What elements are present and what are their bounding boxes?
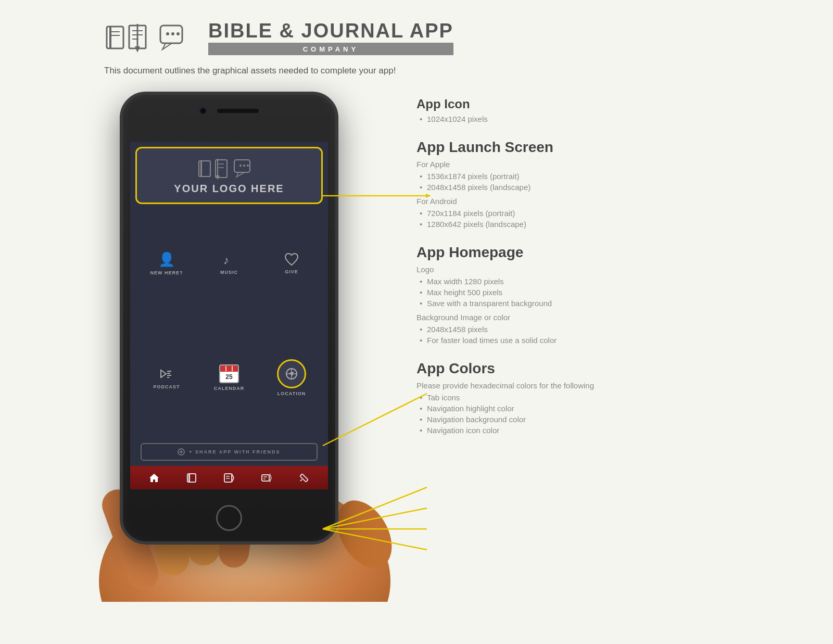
phone-container: YOUR LOGO HERE 👤 NEW HERE? (104, 92, 375, 602)
header: BIBLE & JOURNAL APP COMPANY (104, 21, 729, 55)
colors-section: App Colors Please provide hexadecimal co… (416, 360, 729, 436)
app-logo-icons (147, 159, 311, 180)
bg-label: Background Image or color (416, 313, 729, 322)
give-label: GIVE (285, 269, 298, 274)
app-icon-bullet-0: 1024x1024 pixels (427, 113, 729, 124)
company-subtitle: COMPANY (303, 45, 359, 53)
music-icon: ♪ (221, 251, 237, 267)
calendar-day: 25 (220, 372, 238, 382)
for-android-label: For Android (416, 197, 729, 206)
bottom-journal-icon (223, 473, 235, 483)
color-bullet-2: Navigation background color (427, 414, 729, 425)
main-content: YOUR LOGO HERE 👤 NEW HERE? (104, 92, 729, 602)
share-button[interactable]: + SHARE APP WITH FRIENDS (141, 443, 318, 461)
bg-bullet-1: For faster load times use a solid color (427, 335, 729, 346)
logo-sublabel: Logo (416, 265, 729, 274)
nav-item-music: ♪ MUSIC (198, 209, 260, 317)
logo-bullet-1: Max height 500 pixels (427, 287, 729, 298)
logo-bullets: Max width 1280 pixels Max height 500 pix… (416, 276, 729, 309)
svg-marker-11 (162, 43, 172, 49)
color-bullet-1: Navigation highlight color (427, 403, 729, 414)
svg-rect-51 (224, 474, 232, 482)
brand-icons (104, 21, 198, 55)
svg-rect-50 (188, 474, 190, 482)
bottom-note-icon (261, 473, 272, 483)
svg-rect-0 (107, 27, 123, 48)
svg-marker-9 (135, 46, 140, 53)
phone-logo-text: YOUR LOGO HERE (147, 183, 311, 195)
svg-point-14 (176, 32, 180, 35)
svg-rect-1 (109, 27, 111, 48)
app-icon-heading: App Icon (416, 97, 729, 111)
svg-marker-48 (149, 474, 159, 482)
svg-marker-44 (289, 370, 295, 375)
nav-item-calendar: 25 CALENDAR (198, 317, 260, 438)
svg-marker-29 (236, 172, 245, 177)
app-logo-area: YOUR LOGO HERE (135, 147, 323, 204)
nav-item-location: LOCATION (260, 317, 323, 438)
calendar-label: CALENDAR (214, 386, 245, 391)
android-bullet-0: 720x1184 pixels (portrait) (427, 208, 729, 219)
android-bullets: 720x1184 pixels (portrait) 1280x642 pixe… (416, 208, 729, 230)
svg-point-31 (243, 165, 245, 167)
colors-heading: App Colors (416, 360, 729, 377)
app-icon-section: App Icon 1024x1024 pixels (416, 97, 729, 124)
header-title-block: BIBLE & JOURNAL APP COMPANY (208, 21, 453, 55)
svg-point-32 (247, 165, 249, 167)
phone-top-area (199, 107, 259, 115)
svg-line-59 (270, 474, 271, 478)
launch-screen-section: App Launch Screen For Apple 1536x1874 pi… (416, 139, 729, 230)
app-icon-bullets: 1024x1024 pixels (416, 113, 729, 124)
homepage-heading: App Homepage (416, 244, 729, 261)
apple-bullet-0: 1536x1874 pixels (portrait) (427, 171, 729, 182)
location-icon (284, 367, 299, 381)
logo-bullet-2: Save with a transparent background (427, 298, 729, 309)
svg-marker-34 (161, 370, 166, 377)
svg-line-62 (300, 479, 302, 481)
bg-bullet-0: 2048x1458 pixels (427, 324, 729, 335)
app-title: BIBLE & JOURNAL APP (208, 21, 453, 41)
location-label: LOCATION (277, 391, 306, 396)
cal-dots (224, 366, 234, 371)
give-icon (284, 252, 299, 267)
subtitle-bar: COMPANY (208, 43, 453, 55)
nav-item-give: GIVE (260, 209, 323, 317)
bottom-pencil-icon (298, 473, 310, 483)
nav-item-podcast: PODCAST (135, 317, 198, 438)
location-circle (277, 359, 306, 388)
svg-rect-56 (262, 475, 269, 481)
phone-home-button[interactable] (216, 505, 242, 531)
svg-point-12 (166, 32, 169, 35)
apple-bullet-1: 2048x1458 pixels (landscape) (427, 182, 729, 193)
new-here-label: NEW HERE? (150, 270, 183, 275)
svg-point-13 (171, 32, 174, 35)
bottom-nav-bar (130, 466, 328, 489)
android-bullet-1: 1280x642 pixels (landscape) (427, 219, 729, 230)
svg-point-30 (239, 165, 242, 167)
info-panel: App Icon 1024x1024 pixels App Launch Scr… (416, 92, 729, 450)
calendar-header (220, 365, 238, 372)
logo-bullet-0: Max width 1280 pixels (427, 276, 729, 287)
new-here-icon: 👤 (158, 251, 175, 268)
phone-camera (199, 107, 207, 115)
nav-grid: 👤 NEW HERE? ♪ MUSIC (130, 204, 328, 443)
bottom-book-icon (186, 473, 197, 483)
svg-rect-22 (200, 161, 202, 176)
launch-screen-heading: App Launch Screen (416, 139, 729, 156)
color-bullet-3: Navigation icon color (427, 425, 729, 436)
homepage-section: App Homepage Logo Max width 1280 pixels … (416, 244, 729, 346)
for-apple-label: For Apple (416, 160, 729, 169)
music-label: MUSIC (220, 270, 238, 275)
podcast-label: PODCAST (153, 384, 180, 389)
share-button-area: + SHARE APP WITH FRIENDS (130, 443, 328, 466)
phone-body: YOUR LOGO HERE 👤 NEW HERE? (120, 92, 338, 545)
nav-item-newhere: 👤 NEW HERE? (135, 209, 198, 317)
share-icon (178, 448, 185, 456)
svg-text:♪: ♪ (223, 254, 229, 267)
svg-line-60 (270, 478, 271, 482)
colors-intro: Please provide hexadecimal colors for th… (416, 381, 729, 390)
header-icons (104, 21, 198, 55)
bottom-home-icon (148, 473, 160, 483)
phone-section: YOUR LOGO HERE 👤 NEW HERE? (104, 92, 396, 602)
apple-bullets: 1536x1874 pixels (portrait) 2048x1458 pi… (416, 171, 729, 193)
